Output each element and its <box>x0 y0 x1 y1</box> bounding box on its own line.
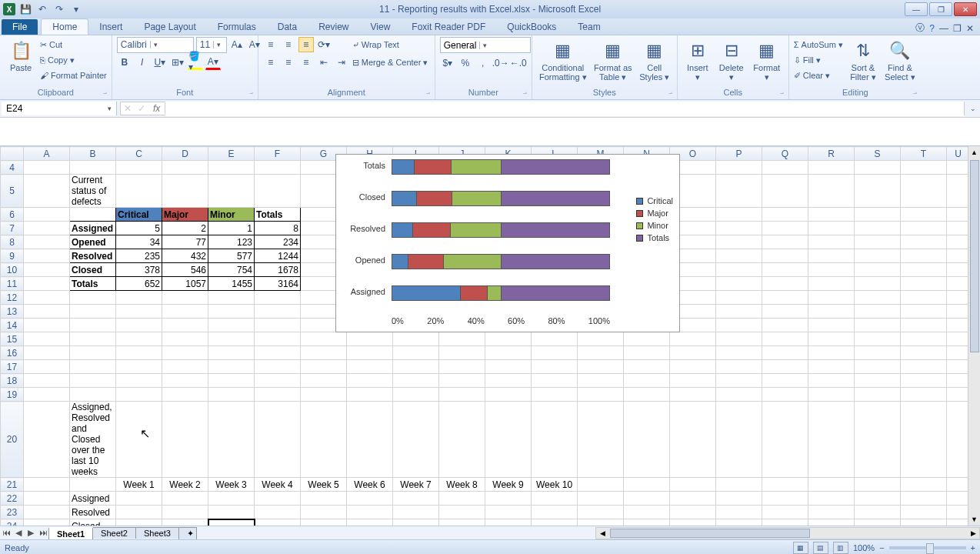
cell[interactable] <box>485 402 532 478</box>
align-middle-icon[interactable]: ≡ <box>281 37 296 52</box>
cell[interactable] <box>255 402 301 478</box>
cell[interactable] <box>947 506 970 519</box>
cell[interactable] <box>670 519 716 526</box>
cell[interactable] <box>670 332 716 346</box>
cell[interactable]: 77 <box>162 235 208 249</box>
cell[interactable]: Resolved <box>70 249 116 263</box>
cell[interactable] <box>255 388 301 402</box>
cell[interactable] <box>762 374 808 388</box>
cell[interactable]: Minor <box>208 208 255 222</box>
cell[interactable] <box>808 506 855 519</box>
cell[interactable] <box>393 374 439 388</box>
cell[interactable]: 1 <box>208 222 255 235</box>
cell-styles-button[interactable]: ▦Cell Styles ▾ <box>637 37 672 84</box>
cell[interactable] <box>70 161 116 175</box>
cell[interactable] <box>24 519 70 526</box>
cell[interactable] <box>716 492 762 506</box>
cell[interactable] <box>485 388 532 402</box>
cell[interactable] <box>116 319 162 332</box>
cell[interactable] <box>901 175 947 208</box>
cell[interactable]: Week 2 <box>162 478 208 492</box>
cell[interactable] <box>855 388 901 402</box>
cell[interactable] <box>162 305 208 319</box>
row-header[interactable]: 15 <box>1 332 24 346</box>
cell[interactable] <box>116 388 162 402</box>
cell[interactable] <box>24 492 70 506</box>
cell[interactable] <box>901 374 947 388</box>
cell[interactable] <box>855 519 901 526</box>
cell[interactable]: 1057 <box>162 277 208 291</box>
horizontal-scrollbar[interactable]: ◀ ▶ <box>595 527 980 539</box>
cell[interactable] <box>70 374 116 388</box>
cell[interactable] <box>855 249 901 263</box>
cell[interactable] <box>532 492 578 506</box>
cell[interactable]: 123 <box>208 235 255 249</box>
cell[interactable] <box>947 175 970 208</box>
cell[interactable] <box>24 388 70 402</box>
cell[interactable] <box>901 492 947 506</box>
cell[interactable] <box>208 346 255 360</box>
cell[interactable] <box>301 346 347 360</box>
cell[interactable] <box>439 388 485 402</box>
name-box[interactable]: ▾ <box>2 102 117 115</box>
cell[interactable] <box>670 374 716 388</box>
cell[interactable] <box>762 175 808 208</box>
cell[interactable] <box>855 222 901 235</box>
cell[interactable] <box>901 235 947 249</box>
name-box-dropdown-icon[interactable]: ▾ <box>108 105 112 112</box>
col-header[interactable]: U <box>947 147 970 161</box>
cell[interactable] <box>485 346 532 360</box>
cell[interactable] <box>855 402 901 478</box>
cell[interactable] <box>762 319 808 332</box>
row-header[interactable]: 20 <box>1 402 24 478</box>
cell[interactable] <box>208 506 255 519</box>
font-name-combo[interactable]: Calibri▾ <box>117 37 194 53</box>
cell[interactable] <box>716 208 762 222</box>
cell[interactable] <box>301 374 347 388</box>
hscroll-thumb[interactable] <box>610 529 810 538</box>
cell[interactable] <box>855 208 901 222</box>
cell[interactable]: Week 3 <box>208 478 255 492</box>
cell[interactable] <box>716 402 762 478</box>
delete-cells-button[interactable]: ⊟Delete ▾ <box>716 37 747 84</box>
minimize-button[interactable]: — <box>905 2 928 16</box>
cut-button[interactable]: ✂Cut <box>40 37 107 52</box>
row-header[interactable]: 22 <box>1 492 24 506</box>
cell[interactable] <box>762 305 808 319</box>
cell[interactable] <box>716 222 762 235</box>
ribbon-minimize-icon[interactable]: ⓥ <box>915 22 925 35</box>
cell[interactable] <box>208 402 255 478</box>
border-button[interactable]: ⊞▾ <box>170 55 185 70</box>
cancel-formula-icon[interactable]: ✕ <box>121 103 135 114</box>
cell[interactable] <box>24 506 70 519</box>
last-sheet-icon[interactable]: ⏭ <box>37 528 49 538</box>
row-header[interactable]: 21 <box>1 478 24 492</box>
stacked-bar-chart[interactable]: TotalsClosedResolvedOpenedAssigned 0%20%… <box>335 154 680 332</box>
cell[interactable] <box>808 161 855 175</box>
cell[interactable]: Week 5 <box>301 478 347 492</box>
cell[interactable]: Current status of defects <box>70 175 116 208</box>
cell[interactable]: Critical <box>116 208 162 222</box>
formula-input[interactable] <box>165 102 964 116</box>
row-header[interactable]: 14 <box>1 319 24 332</box>
tab-foxit[interactable]: Foxit Reader PDF <box>401 19 496 35</box>
inc-decimal-icon[interactable]: .0→ <box>493 55 508 71</box>
cell[interactable] <box>116 506 162 519</box>
cell[interactable] <box>439 402 485 478</box>
cell[interactable] <box>901 360 947 374</box>
cell[interactable] <box>624 374 670 388</box>
cell[interactable]: Major <box>162 208 208 222</box>
cell[interactable] <box>162 175 208 208</box>
chart-bar[interactable] <box>392 222 610 238</box>
cell[interactable] <box>578 360 624 374</box>
tab-file[interactable]: File <box>2 19 38 35</box>
cell[interactable] <box>485 374 532 388</box>
cell[interactable] <box>439 492 485 506</box>
cell[interactable] <box>116 291 162 305</box>
clear-button[interactable]: ✐Clear ▾ <box>794 68 843 83</box>
cell[interactable] <box>855 263 901 277</box>
cell[interactable]: 2 <box>162 222 208 235</box>
cell[interactable] <box>808 492 855 506</box>
cell[interactable] <box>393 492 439 506</box>
worksheet[interactable]: ABCDEFGHIJKLMNOPQRSTU45Current status of… <box>0 146 980 526</box>
